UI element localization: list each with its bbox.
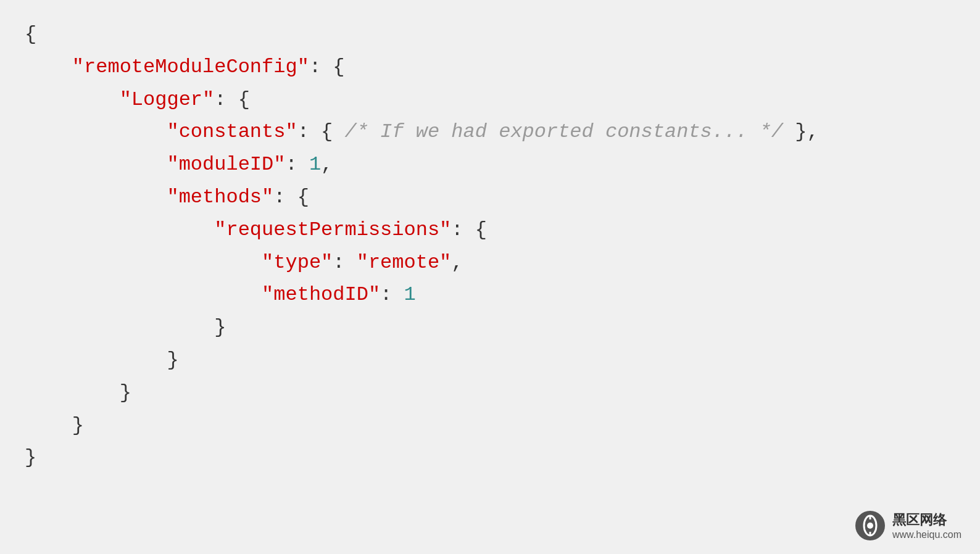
code-line: "methods": {: [25, 181, 955, 214]
code-punctuation: : {: [297, 120, 345, 143]
code-line: "requestPermissions": {: [25, 214, 955, 247]
code-key: "type": [262, 251, 333, 274]
code-punctuation: }: [167, 349, 178, 371]
code-line: }: [25, 442, 955, 474]
code-punctuation: : {: [273, 186, 309, 209]
code-punctuation: ,: [321, 153, 333, 176]
code-line: }: [25, 344, 955, 377]
code-punctuation: {: [25, 23, 36, 46]
code-number: 1: [309, 153, 321, 176]
code-key: "methods": [167, 186, 273, 209]
code-line: }: [25, 377, 955, 410]
code-line: "Logger": {: [25, 84, 955, 117]
code-line: "methodID": 1: [25, 279, 955, 312]
code-line: "constants": { /* If we had exported con…: [25, 116, 955, 149]
code-line: {: [25, 19, 955, 51]
code-punctuation: : {: [451, 218, 487, 241]
brand-name: 黑区网络: [892, 511, 947, 529]
code-number: 1: [404, 283, 416, 306]
code-punctuation: : {: [214, 88, 250, 111]
code-key: "moduleID": [167, 153, 285, 176]
code-line: "type": "remote",: [25, 247, 955, 279]
watermark-logo-icon: [854, 510, 886, 542]
code-line: }: [25, 410, 955, 442]
code-punctuation: }: [25, 446, 36, 469]
watermark-text: 黑区网络 www.heiqu.com: [892, 511, 961, 540]
code-punctuation: }: [214, 316, 226, 339]
code-punctuation: }: [120, 381, 131, 404]
code-punctuation: :: [285, 153, 309, 176]
brand-url: www.heiqu.com: [892, 529, 961, 540]
code-punctuation: : {: [309, 56, 345, 78]
code-key: "requestPermissions": [214, 218, 451, 241]
code-line: "remoteModuleConfig": {: [25, 51, 955, 84]
code-punctuation: :: [380, 283, 404, 306]
watermark: 黑区网络 www.heiqu.com: [854, 510, 961, 542]
code-line: }: [25, 312, 955, 344]
code-block: { "remoteModuleConfig": { "Logger": { "c…: [0, 0, 980, 493]
code-key: "Logger": [120, 88, 215, 111]
svg-point-2: [867, 523, 873, 529]
code-line: "moduleID": 1,: [25, 149, 955, 181]
code-punctuation: :: [333, 251, 356, 274]
code-comment: /* If we had exported constants... */: [344, 120, 783, 143]
code-punctuation: ,: [451, 251, 463, 274]
code-punctuation: }: [72, 414, 84, 437]
code-key: "remoteModuleConfig": [72, 56, 309, 78]
code-punctuation: },: [783, 120, 819, 143]
code-key: "constants": [167, 120, 297, 143]
code-key: "remote": [357, 251, 452, 274]
code-key: "methodID": [262, 283, 380, 306]
